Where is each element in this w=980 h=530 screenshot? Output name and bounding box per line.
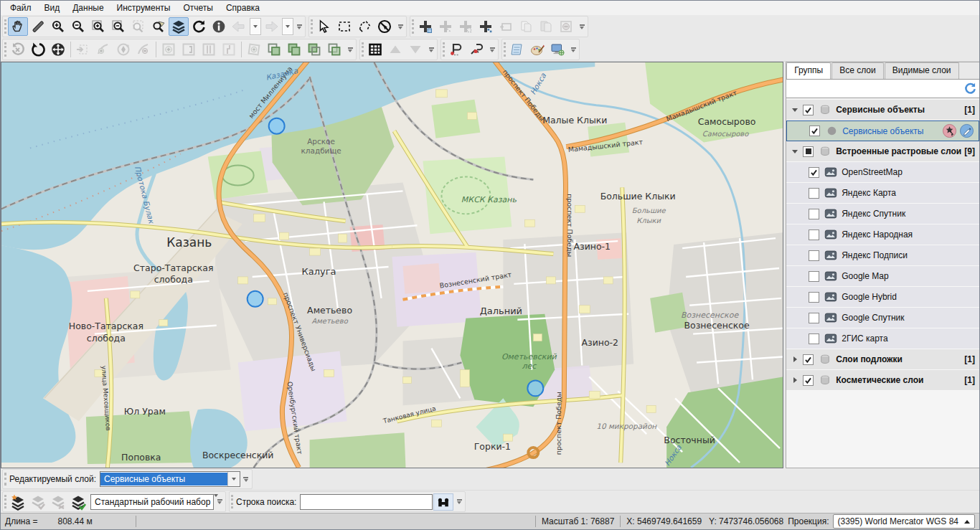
layer-checkbox[interactable] bbox=[809, 250, 819, 261]
layer-checkbox[interactable] bbox=[809, 126, 820, 136]
region-add-icon[interactable] bbox=[159, 40, 179, 59]
layer-group-row[interactable]: Сервисные объекты [1] bbox=[786, 100, 979, 120]
workset-new-icon[interactable] bbox=[8, 493, 28, 511]
layer-checkbox[interactable] bbox=[809, 209, 819, 219]
layer-checkbox-partial[interactable] bbox=[803, 146, 814, 157]
projection-combo[interactable]: (3395) World Mercator WGS 84 bbox=[833, 514, 976, 529]
previous-extent-icon[interactable] bbox=[128, 17, 149, 36]
menu-tools[interactable]: Инструменты bbox=[110, 1, 177, 14]
add-object-by-coordinates-icon[interactable] bbox=[476, 17, 496, 36]
service-object-marker[interactable] bbox=[269, 118, 285, 134]
snap-action-icon[interactable] bbox=[942, 123, 957, 138]
service-object-marker[interactable] bbox=[248, 291, 263, 307]
undo-rotate-icon[interactable] bbox=[8, 40, 28, 59]
menu-view[interactable]: Вид bbox=[38, 1, 67, 14]
expand-icon[interactable] bbox=[789, 356, 801, 362]
toolbar-overflow-button[interactable] bbox=[455, 493, 463, 511]
display-settings-icon[interactable] bbox=[547, 40, 567, 59]
layer-filter-input[interactable] bbox=[786, 80, 961, 98]
settings-notebook-icon[interactable] bbox=[507, 40, 527, 59]
toolbar-overflow-button[interactable] bbox=[427, 40, 435, 59]
menu-data[interactable]: Данные bbox=[66, 1, 110, 14]
zoom-in-window-icon[interactable] bbox=[88, 17, 108, 36]
workset-apply-icon[interactable] bbox=[68, 493, 88, 511]
collapse-icon[interactable] bbox=[789, 108, 801, 112]
layer-checkbox[interactable] bbox=[809, 313, 819, 323]
layer-checkbox[interactable] bbox=[809, 188, 819, 199]
transform-rect-icon[interactable] bbox=[73, 40, 93, 59]
region-split-icon[interactable] bbox=[199, 40, 219, 59]
toolbar-overflow-button[interactable] bbox=[242, 470, 250, 488]
layer-row[interactable]: Google Спутник bbox=[786, 308, 979, 328]
rotate-object-icon[interactable] bbox=[28, 40, 48, 59]
menu-reports[interactable]: Отчеты bbox=[176, 1, 219, 14]
tab-all-layers[interactable]: Все слои bbox=[831, 62, 884, 79]
search-input[interactable] bbox=[301, 495, 432, 509]
layer-row[interactable]: Google Map bbox=[786, 266, 979, 287]
overlay-intersect-icon[interactable] bbox=[264, 40, 284, 59]
snap-start-icon[interactable] bbox=[446, 40, 466, 59]
overlay-symmetric-icon[interactable] bbox=[304, 40, 324, 59]
layer-row-selected[interactable]: Сервисные объекты bbox=[786, 120, 979, 141]
layer-checkbox[interactable] bbox=[809, 167, 819, 178]
toolbar-overflow-button[interactable] bbox=[578, 17, 586, 36]
arc-remove-icon[interactable] bbox=[133, 40, 154, 59]
layer-row[interactable]: Google Hybrid bbox=[786, 287, 979, 308]
combo-arrow-icon[interactable] bbox=[227, 472, 240, 486]
layer-row[interactable]: Яндекс Карта bbox=[786, 183, 979, 204]
zoom-out-window-icon[interactable] bbox=[108, 17, 128, 36]
tab-groups[interactable]: Группы bbox=[786, 62, 831, 79]
add-object-vertex-icon[interactable] bbox=[456, 17, 476, 36]
layer-group-row[interactable]: Косметические слои [1] bbox=[786, 370, 979, 391]
workset-save-icon[interactable] bbox=[28, 493, 48, 511]
refresh-map-icon[interactable] bbox=[189, 17, 209, 36]
navigate-back-icon[interactable] bbox=[229, 17, 249, 36]
move-object-icon[interactable] bbox=[48, 40, 68, 59]
working-set-combo[interactable]: Стандартный рабочий набор bbox=[90, 494, 214, 510]
paste-object-icon[interactable] bbox=[536, 17, 556, 36]
layer-row[interactable]: 2ГИС карта bbox=[786, 328, 979, 349]
layer-row[interactable]: Яндекс Спутник bbox=[786, 204, 979, 224]
overlay-clip-icon[interactable] bbox=[324, 40, 344, 59]
rotate-by-point-icon[interactable] bbox=[113, 40, 133, 59]
service-object-marker[interactable] bbox=[527, 380, 543, 396]
toolbar-overflow-button[interactable] bbox=[295, 17, 303, 36]
navigate-forward-icon[interactable] bbox=[261, 17, 281, 36]
delete-region-icon[interactable] bbox=[556, 17, 576, 36]
editable-layer-combo[interactable]: Сервисные объекты bbox=[100, 471, 240, 487]
snap-vertex-icon[interactable] bbox=[466, 40, 486, 59]
toolbar-overflow-button[interactable] bbox=[488, 40, 496, 59]
toolbar-overflow-button[interactable] bbox=[396, 17, 405, 36]
pan-hand-icon[interactable] bbox=[8, 17, 28, 36]
toolbar-overflow-button[interactable] bbox=[569, 40, 578, 59]
layer-checkbox[interactable] bbox=[803, 105, 814, 115]
select-rectangle-icon[interactable] bbox=[334, 17, 354, 36]
add-object-segment-icon[interactable] bbox=[435, 17, 456, 36]
add-object-icon[interactable] bbox=[415, 17, 435, 36]
layer-row[interactable]: Яндекс Народная bbox=[786, 224, 979, 245]
tab-visible-layers[interactable]: Видимые слои bbox=[885, 62, 959, 79]
menu-file[interactable]: Файл bbox=[4, 1, 38, 14]
zoom-to-selection-icon[interactable] bbox=[149, 17, 169, 36]
region-subtract-icon[interactable] bbox=[179, 40, 199, 59]
navigate-forward-dropdown[interactable] bbox=[282, 18, 293, 35]
layer-checkbox[interactable] bbox=[809, 229, 819, 240]
edit-action-icon[interactable] bbox=[959, 123, 974, 138]
menu-help[interactable]: Справка bbox=[220, 1, 266, 14]
style-palette-icon[interactable] bbox=[527, 40, 547, 59]
navigate-back-dropdown[interactable] bbox=[250, 18, 261, 35]
map-view[interactable]: Казань Старо-Татарская слобода Ново-Тата… bbox=[1, 62, 783, 468]
arc-add-icon[interactable] bbox=[93, 40, 113, 59]
region-cutline-icon[interactable] bbox=[219, 40, 239, 59]
overlay-union-icon[interactable] bbox=[284, 40, 304, 59]
layer-row[interactable]: Яндекс Подписи bbox=[786, 245, 979, 266]
toolbar-overflow-button[interactable] bbox=[215, 493, 224, 511]
select-lasso-icon[interactable] bbox=[354, 17, 374, 36]
workset-delete-icon[interactable] bbox=[48, 493, 68, 511]
search-binoculars-icon[interactable] bbox=[433, 493, 453, 511]
copy-object-icon[interactable] bbox=[516, 17, 536, 36]
clear-selection-icon[interactable] bbox=[374, 17, 395, 36]
region-new-icon[interactable] bbox=[244, 40, 264, 59]
layer-checkbox[interactable] bbox=[803, 375, 814, 386]
layer-group-row[interactable]: Слои подложки [1] bbox=[786, 349, 979, 370]
